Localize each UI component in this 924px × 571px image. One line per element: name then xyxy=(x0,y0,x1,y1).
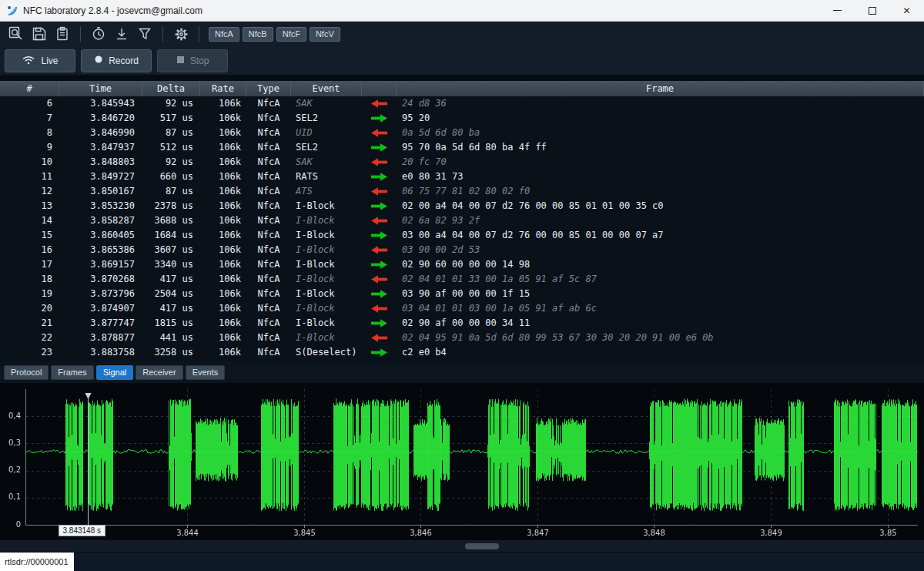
cell-event: I-Block xyxy=(291,331,362,345)
table-row[interactable]: 15 3.860405 1684 us 106k NfcA I-Block 03… xyxy=(0,228,924,243)
cell-number: 10 xyxy=(0,155,59,170)
signal-scrollbar[interactable] xyxy=(0,539,924,553)
cell-rate: 106k xyxy=(200,111,246,126)
cell-frame: 02 00 a4 04 00 07 d2 76 00 00 85 01 01 0… xyxy=(397,199,924,213)
filter-icon[interactable] xyxy=(136,25,154,43)
table-row[interactable]: 22 3.878877 441 us 106k NfcA I-Block 02 … xyxy=(0,331,924,345)
cell-event: I-Block xyxy=(291,301,362,316)
record-button-label: Record xyxy=(109,55,139,66)
signal-canvas[interactable] xyxy=(0,383,924,539)
table-row[interactable]: 11 3.849727 660 us 106k NfcA RATS e0 80 … xyxy=(0,170,924,184)
cell-number: 15 xyxy=(0,228,59,243)
table-row[interactable]: 8 3.846990 87 us 106k NfcA UID 0a 5d 6d … xyxy=(0,126,924,140)
minimize-button[interactable] xyxy=(820,0,855,21)
cell-type: NfcA xyxy=(246,345,291,360)
cell-rate: 106k xyxy=(200,155,246,170)
table-row[interactable]: 12 3.850167 87 us 106k NfcA ATS 06 75 77… xyxy=(0,184,924,199)
save-icon[interactable] xyxy=(30,25,49,43)
table-row[interactable]: 16 3.865386 3607 us 106k NfcA I-Block 03… xyxy=(0,243,924,257)
cell-time: 3.870268 xyxy=(59,272,142,287)
cell-type: NfcA xyxy=(246,155,291,170)
cell-time: 3.850167 xyxy=(59,184,142,199)
record-dot-icon xyxy=(94,55,103,66)
cell-frame: 06 75 77 81 02 80 02 f0 xyxy=(397,184,924,199)
cell-type: NfcA xyxy=(246,96,291,111)
tab-protocol[interactable]: Protocol xyxy=(4,365,49,380)
cell-time: 3.845943 xyxy=(59,96,142,111)
record-button[interactable]: Record xyxy=(81,49,152,72)
cell-time: 3.869157 xyxy=(59,257,142,272)
cell-type: NfcA xyxy=(246,213,291,228)
statusbar: rtlsdr://00000001 xyxy=(0,553,924,571)
cell-event: S(Deselect) xyxy=(291,345,362,360)
table-row[interactable]: 20 3.874907 417 us 106k NfcA I-Block 03 … xyxy=(0,301,924,316)
protocol-toggle-nfcb[interactable]: NfcB xyxy=(243,27,273,42)
cell-number: 21 xyxy=(0,316,59,331)
column-header-type[interactable]: Type xyxy=(246,81,291,96)
cell-number: 22 xyxy=(0,331,59,345)
cell-type: NfcA xyxy=(246,272,291,287)
table-row[interactable]: 17 3.869157 3340 us 106k NfcA I-Block 02… xyxy=(0,257,924,272)
column-header-event[interactable]: Event xyxy=(291,81,362,96)
table-row[interactable]: 7 3.846720 517 us 106k NfcA SEL2 95 20 xyxy=(0,111,924,126)
settings-gear-icon[interactable] xyxy=(172,25,190,43)
table-row[interactable]: 14 3.858287 3688 us 106k NfcA I-Block 02… xyxy=(0,213,924,228)
search-icon[interactable] xyxy=(7,25,25,43)
cell-frame: 02 6a 82 93 2f xyxy=(397,213,924,228)
cell-number: 9 xyxy=(0,140,59,155)
tab-signal[interactable]: Signal xyxy=(96,365,134,380)
tab-events[interactable]: Events xyxy=(186,365,226,380)
cell-delta: 3258 us xyxy=(142,345,200,360)
cell-rate: 106k xyxy=(200,96,246,111)
column-header-time[interactable]: Time xyxy=(59,81,142,96)
cell-frame: 03 04 01 01 03 00 1a 05 91 af ab 6c xyxy=(397,301,924,316)
cell-number: 12 xyxy=(0,184,59,199)
column-header-num[interactable]: # xyxy=(0,81,59,96)
protocol-toggle-nfcf[interactable]: NfcF xyxy=(276,27,306,42)
arrow-right-icon xyxy=(362,170,397,184)
stop-button[interactable]: Stop xyxy=(157,49,228,72)
arrow-right-icon xyxy=(362,316,397,331)
column-header-delta[interactable]: Delta xyxy=(142,81,200,96)
time-icon[interactable] xyxy=(89,25,108,43)
cell-delta: 660 us xyxy=(142,170,200,184)
cell-frame: 24 d8 36 xyxy=(397,96,924,111)
toolbar-separator xyxy=(199,26,199,42)
table-row[interactable]: 13 3.853230 2378 us 106k NfcA I-Block 02… xyxy=(0,199,924,213)
close-button[interactable]: ✕ xyxy=(889,0,924,21)
scrollbar-thumb[interactable] xyxy=(465,543,499,549)
maximize-button[interactable] xyxy=(855,0,889,21)
protocol-toggle-nfcv[interactable]: NfcV xyxy=(310,27,340,42)
cell-type: NfcA xyxy=(246,243,291,257)
cell-number: 18 xyxy=(0,272,59,287)
column-header-frame[interactable]: Frame xyxy=(397,81,924,96)
cell-event: I-Block xyxy=(291,213,362,228)
cell-delta: 3688 us xyxy=(142,213,200,228)
cell-number: 19 xyxy=(0,287,59,301)
live-button[interactable]: Live xyxy=(5,49,75,72)
table-row[interactable]: 10 3.848803 92 us 106k NfcA SAK 20 fc 70 xyxy=(0,155,924,170)
cell-type: NfcA xyxy=(246,331,291,345)
table-row[interactable]: 6 3.845943 92 us 106k NfcA SAK 24 d8 36 xyxy=(0,96,924,111)
cell-delta: 2378 us xyxy=(142,199,200,213)
cell-time: 3.865386 xyxy=(59,243,142,257)
cell-delta: 3607 us xyxy=(142,243,200,257)
table-row[interactable]: 9 3.847937 512 us 106k NfcA SEL2 95 70 0… xyxy=(0,140,924,155)
arrow-right-icon xyxy=(362,345,397,360)
column-header-direction[interactable] xyxy=(362,81,397,96)
tab-frames[interactable]: Frames xyxy=(51,365,93,380)
tab-receiver[interactable]: Receiver xyxy=(136,365,182,380)
paste-icon[interactable] xyxy=(53,25,72,43)
cursor-tooltip: 3.843148 s xyxy=(59,525,106,536)
table-row[interactable]: 23 3.883758 3258 us 106k NfcA S(Deselect… xyxy=(0,345,924,360)
table-row[interactable]: 19 3.873796 2504 us 106k NfcA I-Block 03… xyxy=(0,287,924,301)
arrow-left-icon xyxy=(362,272,397,287)
column-header-rate[interactable]: Rate xyxy=(200,81,246,96)
table-row[interactable]: 18 3.870268 417 us 106k NfcA I-Block 02 … xyxy=(0,272,924,287)
protocol-toggle-nfca[interactable]: NfcA xyxy=(209,27,239,42)
arrow-left-icon xyxy=(362,155,397,170)
cell-event: SAK xyxy=(291,155,362,170)
cell-frame: 02 90 60 00 00 00 14 98 xyxy=(397,257,924,272)
table-row[interactable]: 21 3.877747 1815 us 106k NfcA I-Block 02… xyxy=(0,316,924,331)
download-icon[interactable] xyxy=(112,25,131,43)
